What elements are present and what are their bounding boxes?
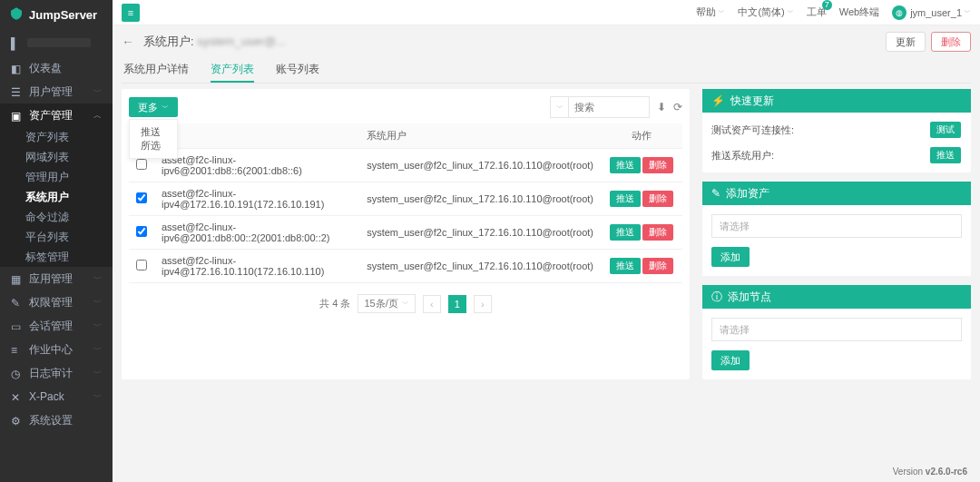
ticket-badge: 7	[822, 0, 832, 10]
push-su-label: 推送系统用户:	[711, 149, 774, 162]
sub-cmd-filter[interactable]: 命令过滤	[0, 207, 113, 227]
logo-icon	[9, 6, 24, 24]
sub-asset-list[interactable]: 资产列表	[0, 127, 113, 147]
back-arrow-icon[interactable]: ←	[122, 34, 134, 49]
dashboard-icon: ◧	[11, 63, 22, 74]
nav-xpack[interactable]: ✕X-Pack ﹀	[0, 385, 113, 408]
row-system-user: system_user@f2c_linux_172.16.10.110@root…	[359, 250, 601, 283]
nav-ops-center[interactable]: ≡作业中心 ﹀	[0, 338, 113, 361]
row-name: asset@f2c-linux-ipv4@172.16.10.191(172.1…	[154, 182, 359, 216]
row-push-button[interactable]: 推送	[610, 224, 641, 241]
download-icon[interactable]: ⬇	[657, 101, 666, 113]
user-menu[interactable]: ◍ jym_user_1 ﹀	[892, 5, 971, 20]
add-asset-select[interactable]: 请选择	[711, 214, 962, 238]
quick-update-card: ⚡快速更新 测试资产可连接性: 测试 推送系统用户: 推送	[702, 89, 971, 172]
help-menu[interactable]: 帮助﹀	[696, 5, 725, 19]
col-actions: 动作	[601, 123, 682, 149]
test-conn-button[interactable]: 测试	[930, 122, 961, 138]
add-asset-button[interactable]: 添加	[711, 247, 750, 267]
row-push-button[interactable]: 推送	[610, 258, 641, 274]
row-delete-button[interactable]: 删除	[642, 258, 673, 274]
bolt-icon: ⚡	[711, 94, 725, 107]
sidebar-toggle[interactable]: ≡	[122, 4, 140, 22]
row-name: asset@f2c-linux-ipv6@2001:db8::6(2001:db…	[154, 149, 359, 182]
session-icon: ▭	[11, 320, 22, 331]
chevron-down-icon: ﹀	[556, 103, 564, 113]
nav-user-mgmt[interactable]: ☰用户管理 ﹀	[0, 80, 113, 103]
search-input[interactable]	[568, 96, 650, 118]
pager-next[interactable]: ›	[474, 295, 492, 313]
row-checkbox[interactable]	[136, 226, 147, 237]
edit-icon: ✎	[711, 187, 720, 200]
row-checkbox[interactable]	[136, 192, 147, 203]
add-asset-card: ✎添加资产 请选择 添加	[702, 182, 971, 276]
nav-asset-mgmt[interactable]: ▣资产管理 ︿	[0, 103, 113, 127]
chevron-down-icon: ﹀	[93, 297, 102, 309]
brand-logo[interactable]: JumpServer	[0, 0, 113, 29]
nav-system-settings[interactable]: ⚙系统设置	[0, 408, 113, 432]
row-delete-button[interactable]: 删除	[642, 191, 673, 207]
chevron-down-icon: ﹀	[93, 86, 102, 98]
chevron-down-icon: ﹀	[402, 299, 409, 309]
ticket-link[interactable]: 工单7	[807, 5, 827, 19]
tab-detail[interactable]: 系统用户详情	[123, 58, 189, 83]
page-size-select[interactable]: 15条/页﹀	[358, 294, 415, 313]
row-system-user: system_user@f2c_linux_172.16.10.110@root…	[359, 149, 601, 182]
more-button[interactable]: 更多 ﹀	[129, 97, 178, 117]
add-node-button[interactable]: 添加	[711, 350, 750, 370]
push-su-button[interactable]: 推送	[930, 147, 961, 163]
lang-menu[interactable]: 中文(简体)﹀	[738, 5, 793, 19]
nav-app-mgmt[interactable]: ▦应用管理 ﹀	[0, 267, 113, 290]
nav-session-mgmt[interactable]: ▭会话管理 ﹀	[0, 314, 113, 338]
col-name: 名	[154, 123, 359, 149]
pager-page-1[interactable]: 1	[448, 295, 466, 313]
nav-dashboard[interactable]: ◧仪表盘	[0, 56, 113, 80]
sub-domain-list[interactable]: 网域列表	[0, 147, 113, 167]
row-push-button[interactable]: 推送	[610, 191, 641, 207]
sub-label-mgmt[interactable]: 标签管理	[0, 247, 113, 267]
tab-asset-list[interactable]: 资产列表	[211, 58, 254, 83]
table-row: asset@f2c-linux-ipv6@2001:db8:00::2(2001…	[129, 216, 682, 250]
sub-platform-list[interactable]: 平台列表	[0, 227, 113, 247]
topbar-right: 帮助﹀ 中文(简体)﹀ 工单7 Web终端 ◍ jym_user_1 ﹀	[696, 5, 971, 20]
settings-icon: ⚙	[11, 415, 22, 426]
add-node-select[interactable]: 请选择	[711, 318, 962, 341]
asset-table: 名 系统用户 动作 asset@f2c-linux-ipv6@2001:db8:…	[129, 123, 682, 283]
nav-perm-mgmt[interactable]: ✎权限管理 ﹀	[0, 290, 113, 314]
search-filter-select[interactable]: ﹀	[550, 96, 568, 118]
update-button[interactable]: 更新	[886, 32, 926, 52]
delete-button[interactable]: 删除	[931, 32, 971, 52]
row-push-button[interactable]: 推送	[610, 157, 641, 173]
page-title: 系统用户: system_user@...	[143, 34, 286, 50]
cube-icon: ▣	[11, 110, 22, 121]
sub-admin-user[interactable]: 管理用户	[0, 167, 113, 187]
col-system-user: 系统用户	[359, 123, 601, 149]
topbar: ≡ 帮助﹀ 中文(简体)﹀ 工单7 Web终端 ◍ jym_user_1 ﹀	[113, 0, 980, 25]
row-checkbox[interactable]	[136, 260, 147, 271]
ops-icon: ≡	[11, 344, 22, 355]
nav-audit[interactable]: ◷日志审计 ﹀	[0, 361, 113, 385]
table-toolbar: 更多 ﹀ 推送所选 ﹀ ⬇ ⟳	[129, 96, 682, 118]
row-name: asset@f2c-linux-ipv4@172.16.10.110(172.1…	[154, 250, 359, 283]
add-node-card: ⓘ添加节点 请选择 添加	[702, 285, 971, 379]
row-checkbox[interactable]	[136, 159, 147, 170]
more-dropdown-item[interactable]: 推送所选	[129, 119, 178, 159]
row-system-user: system_user@f2c_linux_172.16.10.110@root…	[359, 216, 601, 250]
users-icon: ☰	[11, 86, 22, 97]
org-selector[interactable]: ▌	[0, 29, 113, 56]
pager-prev[interactable]: ‹	[423, 295, 441, 313]
row-delete-button[interactable]: 删除	[642, 157, 673, 173]
info-icon: ⓘ	[711, 290, 722, 305]
bookmark-icon: ▌	[11, 37, 22, 48]
sub-system-user[interactable]: 系统用户	[0, 187, 113, 207]
row-delete-button[interactable]: 删除	[642, 224, 673, 241]
chevron-down-icon: ﹀	[93, 320, 102, 332]
refresh-icon[interactable]: ⟳	[673, 101, 682, 113]
table-row: asset@f2c-linux-ipv6@2001:db8::6(2001:db…	[129, 149, 682, 182]
row-system-user: system_user@f2c_linux_172.16.10.110@root…	[359, 182, 601, 216]
brand-name: JumpServer	[29, 8, 97, 22]
web-terminal-link[interactable]: Web终端	[839, 5, 879, 19]
tab-account-list[interactable]: 账号列表	[276, 58, 319, 83]
chevron-up-icon: ︿	[93, 110, 102, 122]
page: ← 系统用户: system_user@... 更新 删除 系统用户详情 资产列…	[113, 25, 980, 482]
